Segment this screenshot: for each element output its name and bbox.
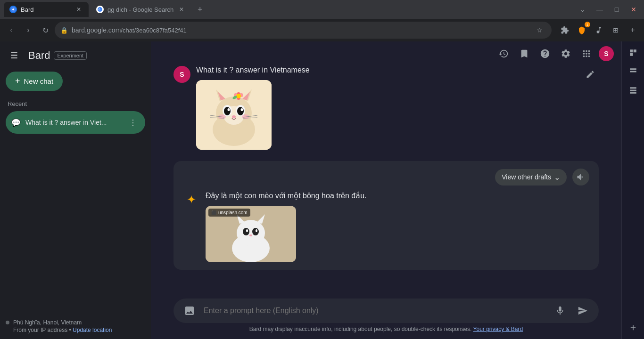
bard-star-icon: ✦ [183, 191, 200, 208]
disclaimer-text: Bard may display inaccurate info, includ… [173, 323, 599, 335]
tab-bar: Bard ✕ G gg dich - Google Search ✕ + ⌄ —… [0, 0, 644, 19]
menu-button[interactable]: ☰ [6, 47, 23, 64]
reload-button[interactable]: ↻ [38, 23, 53, 38]
address-bar[interactable]: 🔒 bard.google.com/chat/3ea60c87fa542f41 … [55, 22, 552, 39]
bard-sparkle: ✦ [187, 193, 196, 206]
bookmark-icon[interactable] [516, 45, 533, 62]
extensions-icon[interactable] [557, 23, 572, 38]
bard-favicon [9, 6, 17, 13]
app-layout: ☰ Bard Experiment + New chat Recent 💬 Wh… [0, 41, 644, 339]
main-content: S S What is it ? answer in Vietnamese [151, 41, 621, 339]
svg-rect-43 [630, 71, 636, 73]
apps-icon[interactable] [578, 45, 595, 62]
svg-rect-46 [630, 92, 636, 94]
user-avatar[interactable]: S [599, 46, 614, 61]
address-right: ☆ [533, 24, 546, 37]
view-drafts-label: View other drafts [502, 173, 551, 181]
svg-point-15 [241, 108, 243, 111]
unsplash-icon: ⬛ [211, 210, 216, 215]
user-message: S What is it ? answer in Vietnamese [173, 66, 599, 150]
svg-point-13 [237, 107, 244, 115]
media-icon[interactable] [591, 23, 606, 38]
svg-point-37 [256, 229, 257, 232]
prompt-input[interactable] [204, 307, 546, 315]
new-tab-button[interactable]: + [193, 3, 206, 16]
view-other-drafts-button[interactable]: View other drafts ⌄ [495, 169, 567, 186]
svg-point-18 [232, 115, 236, 118]
chat-item-1[interactable]: 💬 What is it ? answer in Viet... ⋮ [6, 111, 145, 134]
tab-bard-title: Bard [21, 6, 71, 13]
dot-separator: • [69, 327, 73, 333]
tab-search-button[interactable]: ⌄ [576, 3, 589, 16]
help-icon[interactable] [537, 45, 553, 62]
sound-button[interactable] [572, 169, 589, 186]
send-button[interactable] [574, 302, 591, 319]
minimize-button[interactable]: — [593, 3, 606, 16]
input-area: Bard may display inaccurate info, includ… [151, 293, 621, 339]
svg-rect-40 [633, 49, 636, 52]
bard-response-text: Đây là một con mèo với một bông hoa trên… [206, 191, 366, 200]
app-title-text: Bard [28, 49, 50, 62]
location-links: From your IP address • Update location [13, 327, 145, 333]
edit-message-button[interactable] [582, 66, 599, 83]
main-header: S [151, 41, 621, 62]
svg-point-34 [243, 228, 249, 235]
bard-message: ✦ Đây là một con mèo với một bông hoa tr… [183, 191, 589, 262]
image-upload-button[interactable] [181, 302, 198, 319]
close-window-button[interactable]: ✕ [627, 3, 640, 16]
tab-google-close[interactable]: ✕ [177, 5, 186, 14]
svg-point-35 [252, 228, 259, 235]
bard-response-image: ⬛ unsplash.com [206, 206, 296, 262]
svg-point-36 [246, 229, 248, 232]
new-chat-label: New chat [24, 77, 54, 85]
settings-icon[interactable] [557, 45, 574, 62]
history-icon[interactable] [495, 45, 512, 62]
bard-response-header: View other drafts ⌄ [183, 169, 589, 186]
bookmark-address-icon[interactable]: ☆ [533, 24, 546, 37]
right-panel-icon-3[interactable] [626, 83, 641, 98]
maximize-button[interactable]: □ [610, 3, 623, 16]
chat-item-menu-icon[interactable]: ⋮ [126, 116, 140, 129]
nav-bar: ‹ › ↻ 🔒 bard.google.com/chat/3ea60c87fa5… [0, 19, 644, 41]
forward-button[interactable]: › [21, 23, 36, 38]
bard-response-content: Đây là một con mèo với một bông hoa trên… [206, 191, 366, 262]
add-extension-icon[interactable]: + [625, 23, 640, 38]
plus-icon: + [15, 76, 20, 86]
unsplash-label: unsplash.com [218, 210, 248, 215]
header-icons: S [495, 45, 614, 62]
privacy-link[interactable]: Your privacy & Bard [473, 326, 523, 332]
tab-bard-close[interactable]: ✕ [74, 5, 83, 14]
input-row [173, 299, 599, 323]
user-message-avatar: S [173, 66, 190, 83]
sidebar-extension-icon[interactable]: ⊞ [608, 23, 623, 38]
microphone-button[interactable] [552, 302, 569, 319]
chat-area: S What is it ? answer in Vietnamese [151, 62, 621, 293]
right-panel [621, 41, 644, 339]
location-info: Phú Nghĩa, Hanoi, Vietnam [6, 319, 145, 326]
from-ip-text: From your IP address [13, 327, 67, 333]
right-panel-icon-2[interactable] [626, 64, 641, 79]
chat-item-text: What is it ? answer in Viet... [25, 119, 122, 126]
disclaimer-main: Bard may display inaccurate info, includ… [249, 326, 472, 332]
update-location-link[interactable]: Update location [73, 327, 112, 333]
sidebar-top: ☰ Bard Experiment [6, 47, 145, 64]
chevron-down-icon: ⌄ [554, 173, 560, 182]
tab-bard[interactable]: Bard ✕ [4, 2, 89, 17]
brave-shield-icon[interactable]: 1 [574, 23, 589, 38]
right-panel-icon-1[interactable] [626, 45, 641, 60]
right-panel-icon-4[interactable] [626, 320, 641, 335]
back-button[interactable]: ‹ [4, 23, 19, 38]
svg-point-14 [228, 108, 230, 111]
tab-google[interactable]: G gg dich - Google Search ✕ [91, 2, 191, 17]
browser-right-icons: 1 ⊞ + [557, 23, 640, 38]
svg-rect-41 [630, 53, 633, 56]
svg-rect-44 [630, 87, 636, 89]
new-chat-button[interactable]: + New chat [6, 72, 63, 91]
tab-right-controls: ⌄ — □ ✕ [576, 3, 640, 16]
experiment-badge: Experiment [54, 51, 87, 60]
svg-rect-39 [630, 49, 633, 52]
address-text: bard.google.com/chat/3ea60c87fa542f41 [72, 26, 529, 34]
svg-point-27 [236, 94, 241, 98]
svg-point-38 [249, 234, 252, 236]
location-name: Phú Nghĩa, Hanoi, Vietnam [13, 319, 82, 326]
